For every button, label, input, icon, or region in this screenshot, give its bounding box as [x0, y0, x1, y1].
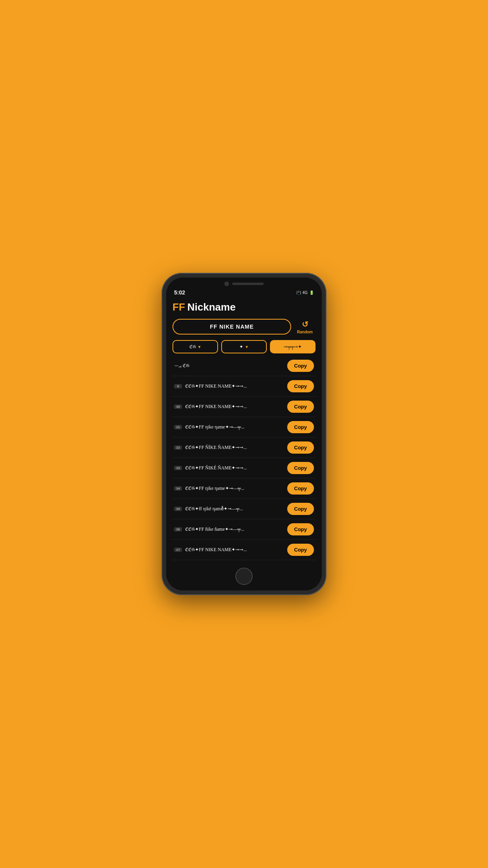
app-header: FFNickname [172, 301, 316, 313]
dropdown-row: ℭ𝔊 ▼ ✦ ▼ ⊸╤╤⊸✦ [172, 340, 316, 353]
copy-button[interactable]: Copy [287, 503, 314, 515]
item-number: 17 [174, 548, 182, 552]
dropdown-style-arrow: ▼ [245, 345, 249, 349]
item-text: ℭℭ𝔊✦FF ηike ηame✦⊸—╤... [185, 485, 284, 491]
item-text: ℭℭ𝔊✦FF ηike ηame✦⊸—╤... [185, 424, 284, 430]
item-text: ℭℭ𝔊✦FF ňike ňame✦⊸—╤... [185, 526, 284, 532]
nickname-list: ⸺بـ ℭ𝔊 Copy 9 ℭℭ𝔊✦FF NIKE NAME✦⊸⊸... Cop… [172, 358, 316, 560]
signal-icon: 4G [303, 291, 308, 295]
partial-copy-button[interactable]: Copy [287, 360, 314, 372]
home-button[interactable] [235, 568, 253, 585]
table-row: 16 ℭℭ𝔊✦FF ňike ňame✦⊸—╤... Copy [172, 519, 316, 540]
screen-content: FFNickname FF NIKE NAME ↺ Random ℭ𝔊 ▼ ✦ [166, 297, 322, 564]
copy-button[interactable]: Copy [287, 421, 314, 433]
table-row: 11 ℭℭ𝔊✦FF ηike ηame✦⊸—╤... Copy [172, 417, 316, 438]
item-text: ℭℭ𝔊✦ff ηikē ηame̊✦⊸—╤... [185, 506, 284, 512]
title-text: Nickname [187, 301, 236, 313]
table-row: 12 ℭℭ𝔊✦FF ŇĪKE ŇAME✦⊸⊸... Copy [172, 438, 316, 458]
copy-button[interactable]: Copy [287, 462, 314, 474]
item-left: 15 ℭℭ𝔊✦ff ηikē ηame̊✦⊸—╤... [174, 506, 284, 512]
dropdown-font[interactable]: ℭ𝔊 ▼ [172, 340, 218, 353]
random-button[interactable]: ↺ Random [294, 320, 316, 334]
status-icons: 📳 4G 🔋 [296, 291, 314, 295]
table-row: 13 ℭℭ𝔊✦FF ŇIKÉ ŇAME✦⊸⊸... Copy [172, 458, 316, 478]
table-row: 15 ℭℭ𝔊✦ff ηikē ηame̊✦⊸—╤... Copy [172, 499, 316, 519]
item-left: 10 ℭℭ𝔊✦FF NIKE NAME✦⊸⊸... [174, 404, 284, 410]
dropdown-special-text: ⊸╤╤⊸✦ [283, 344, 302, 349]
dropdown-font-arrow: ▼ [198, 345, 202, 349]
copy-button[interactable]: Copy [287, 523, 314, 535]
table-row: 9 ℭℭ𝔊✦FF NIKE NAME✦⊸⊸... Copy [172, 376, 316, 397]
ff-label: FF [172, 301, 185, 313]
item-text: ℭℭ𝔊✦FF NIKE NAME✦⊸⊸... [185, 404, 284, 410]
item-left: 13 ℭℭ𝔊✦FF ŇIKÉ ŇAME✦⊸⊸... [174, 465, 284, 471]
item-text: ℭℭ𝔊✦FF NIKE NAME✦⊸⊸... [185, 547, 284, 553]
partial-item: ⸺بـ ℭ𝔊 Copy [172, 358, 316, 376]
search-row: FF NIKE NAME ↺ Random [172, 319, 316, 335]
item-number: 15 [174, 507, 182, 511]
item-text: ℭℭ𝔊✦FF NIKE NAME✦⊸⊸... [185, 383, 284, 389]
camera [224, 281, 229, 286]
item-number: 9 [174, 384, 182, 388]
item-text: ℭℭ𝔊✦FF ŇIKÉ ŇAME✦⊸⊸... [185, 465, 284, 471]
home-bar [166, 564, 322, 590]
notch-bar [166, 278, 322, 288]
dropdown-font-text: ℭ𝔊 [189, 344, 196, 349]
item-left: 12 ℭℭ𝔊✦FF ŇĪKE ŇAME✦⊸⊸... [174, 445, 284, 451]
copy-button[interactable]: Copy [287, 482, 314, 495]
battery-icon: 🔋 [309, 291, 314, 295]
table-row: 14 ℭℭ𝔊✦FF ηike ηame✦⊸—╤... Copy [172, 478, 316, 499]
item-number: 10 [174, 405, 182, 409]
item-left: 11 ℭℭ𝔊✦FF ηike ηame✦⊸—╤... [174, 424, 284, 430]
search-input[interactable]: FF NIKE NAME [172, 319, 291, 335]
random-label: Random [297, 330, 313, 334]
speaker [232, 283, 264, 285]
partial-item-text: ⸺بـ ℭ𝔊 [174, 363, 189, 369]
phone-frame: 5:02 📳 4G 🔋 FFNickname FF NIKE NAME ↺ Ra… [161, 273, 327, 595]
status-time: 5:02 [174, 289, 185, 296]
item-number: 11 [174, 425, 182, 429]
random-icon: ↺ [302, 320, 308, 329]
item-number: 13 [174, 466, 182, 470]
table-row: 17 ℭℭ𝔊✦FF NIKE NAME✦⊸⊸... Copy [172, 540, 316, 560]
phone-screen: 5:02 📳 4G 🔋 FFNickname FF NIKE NAME ↺ Ra… [166, 278, 322, 590]
item-left: 17 ℭℭ𝔊✦FF NIKE NAME✦⊸⊸... [174, 547, 284, 553]
dropdown-style-text: ✦ [239, 344, 243, 349]
copy-button[interactable]: Copy [287, 401, 314, 413]
vibrate-icon: 📳 [296, 291, 301, 295]
item-left: 9 ℭℭ𝔊✦FF NIKE NAME✦⊸⊸... [174, 383, 284, 389]
item-left: 16 ℭℭ𝔊✦FF ňike ňame✦⊸—╤... [174, 526, 284, 532]
status-bar: 5:02 📳 4G 🔋 [166, 288, 322, 297]
item-left: 14 ℭℭ𝔊✦FF ηike ηame✦⊸—╤... [174, 485, 284, 491]
dropdown-special[interactable]: ⊸╤╤⊸✦ [270, 340, 316, 353]
app-title: FFNickname [172, 301, 316, 313]
item-number: 12 [174, 445, 182, 450]
item-number: 16 [174, 527, 182, 531]
copy-button[interactable]: Copy [287, 441, 314, 454]
copy-button[interactable]: Copy [287, 380, 314, 392]
dropdown-style[interactable]: ✦ ▼ [221, 340, 267, 353]
item-number: 14 [174, 486, 182, 491]
copy-button[interactable]: Copy [287, 544, 314, 556]
item-text: ℭℭ𝔊✦FF ŇĪKE ŇAME✦⊸⊸... [185, 445, 284, 451]
table-row: 10 ℭℭ𝔊✦FF NIKE NAME✦⊸⊸... Copy [172, 397, 316, 417]
